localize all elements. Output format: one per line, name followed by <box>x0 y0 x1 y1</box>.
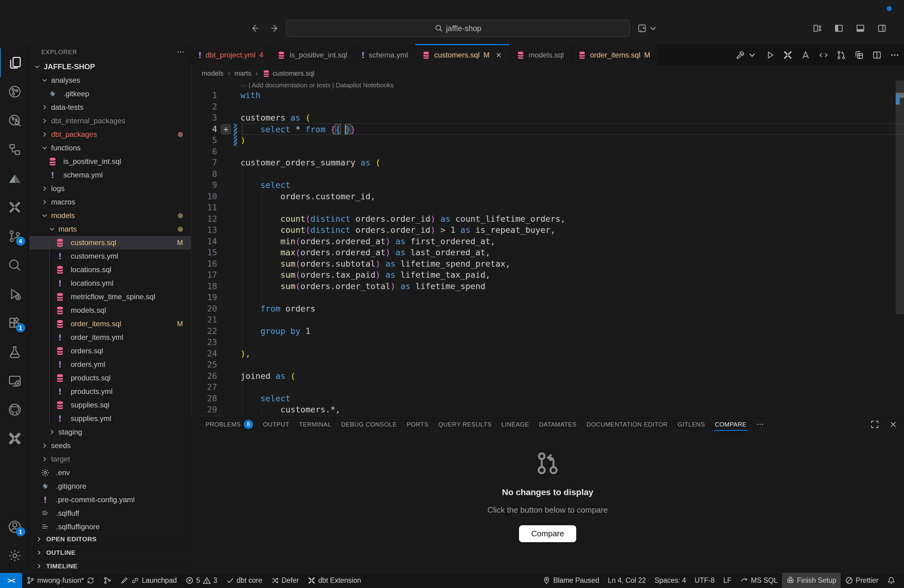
panel-tab-debug-console[interactable]: DEBUG CONSOLE <box>337 416 402 433</box>
gutter[interactable]: 20 <box>191 303 240 315</box>
tree-item-metricflow-time-spine-sql[interactable]: metricflow_time_spine.sql <box>30 290 191 303</box>
customize-layout-icon[interactable] <box>812 24 822 33</box>
tree-item-models[interactable]: models <box>30 209 191 222</box>
tree-item-customers-sql[interactable]: customers.sqlM <box>30 236 191 250</box>
gutter[interactable]: 2 <box>191 101 240 112</box>
split-editor-button[interactable] <box>872 50 882 60</box>
panel-tab-compare[interactable]: COMPARE <box>710 416 751 433</box>
tree-item-jaffle-shop[interactable]: JAFFLE-SHOP <box>30 60 191 74</box>
more-actions-button[interactable] <box>890 50 900 60</box>
tree-item-target[interactable]: target <box>30 452 191 466</box>
panel-more-icon[interactable] <box>751 420 769 429</box>
breadcrumb-item-customers-sql[interactable]: customers.sql <box>262 70 315 77</box>
tree-item-order-items-sql[interactable]: order_items.sqlM <box>30 317 191 330</box>
back-arrow-icon[interactable] <box>249 23 259 33</box>
close-panel-icon[interactable] <box>889 420 898 429</box>
editor-scrollbar[interactable] <box>896 81 904 416</box>
gutter[interactable]: 29 <box>191 404 240 416</box>
status-remote-indicator[interactable]: >< <box>0 573 22 588</box>
build-button[interactable] <box>735 50 745 60</box>
sidebar-section-timeline[interactable]: TIMELINE <box>30 559 191 573</box>
activitybar-item-model-search[interactable] <box>0 106 30 135</box>
gutter[interactable]: 5 <box>191 135 240 146</box>
panel-tab-terminal[interactable]: TERMINAL <box>294 416 336 433</box>
tree-item-sqlfluffignore[interactable]: .sqlfluffignore <box>30 520 191 532</box>
tree-item-models-sql[interactable]: models.sql <box>30 303 191 317</box>
gutter[interactable]: 1 <box>191 90 240 101</box>
tree-item-supplies-sql[interactable]: supplies.sql <box>30 398 191 412</box>
sidebar-section-open-editors[interactable]: OPEN EDITORS <box>30 532 191 545</box>
close-icon[interactable] <box>495 51 503 59</box>
status-language-mode[interactable]: MS SQL <box>736 573 782 588</box>
panel-tab-ports[interactable]: PORTS <box>401 416 433 433</box>
tree-item-order-items-yml[interactable]: !order_items.yml <box>30 330 191 344</box>
gutter[interactable]: 13 <box>191 224 240 236</box>
sidebar-section-outline[interactable]: OUTLINE <box>30 545 191 559</box>
forward-arrow-icon[interactable] <box>270 23 280 33</box>
gutter[interactable]: 21 <box>191 314 240 326</box>
status-blame-item[interactable]: Blame Paused <box>538 573 604 588</box>
tree-item-gitignore[interactable]: .gitignore <box>30 479 191 493</box>
tab-schema-yml[interactable]: !schema.yml <box>354 44 415 66</box>
tree-item-functions[interactable]: functions <box>30 141 191 155</box>
status-notifications[interactable] <box>883 573 900 588</box>
gutter[interactable]: 8 <box>191 169 240 180</box>
gutter[interactable]: 19 <box>191 292 240 303</box>
panel-tab-lineage[interactable]: LINEAGE <box>496 416 534 433</box>
activitybar-item-explorer[interactable] <box>0 48 30 77</box>
tree-item-dbt-internal-packages[interactable]: dbt_internal_packages <box>30 114 191 128</box>
tree-item-orders-sql[interactable]: orders.sql <box>30 344 191 358</box>
gutter[interactable]: 17 <box>191 269 240 281</box>
activitybar-item-github[interactable] <box>0 395 30 424</box>
toggle-sidebar-icon[interactable] <box>834 24 844 33</box>
toggle-panel-icon[interactable] <box>855 24 865 33</box>
tree-item-dbt-packages[interactable]: dbt_packages <box>30 128 191 141</box>
codelens-actions[interactable]: ··· | Add documentation or tests | Datap… <box>191 81 904 90</box>
gutter[interactable]: 16 <box>191 258 240 270</box>
status-graph-item[interactable] <box>99 573 116 588</box>
tree-item-logs[interactable]: logs <box>30 182 191 195</box>
gutter[interactable]: 12 <box>191 213 240 225</box>
activitybar-item-accounts[interactable]: 1 <box>0 512 30 541</box>
compiled-code-button[interactable] <box>819 50 828 60</box>
code-editor[interactable]: ··· | Add documentation or tests | Datap… <box>191 81 904 416</box>
toggle-secondary-sidebar-icon[interactable] <box>877 24 887 33</box>
tree-item-customers-yml[interactable]: !customers.yml <box>30 250 191 263</box>
activitybar-item-run-and-debug[interactable] <box>0 280 30 308</box>
tree-item-supplies-yml[interactable]: !supplies.yml <box>30 412 191 425</box>
status-encoding[interactable]: UTF-8 <box>690 573 719 588</box>
activitybar-item-testing[interactable] <box>0 337 30 366</box>
gutter[interactable]: 15 <box>191 247 240 258</box>
status-launchpad-item[interactable]: Launchpad <box>116 573 181 588</box>
activitybar-item-remote-explorer[interactable] <box>0 366 30 395</box>
tab-models-sql[interactable]: models.sql <box>509 44 571 66</box>
tree-item-analyses[interactable]: analyses <box>30 74 191 87</box>
panel-tab-gitlens[interactable]: GITLENS <box>673 416 710 433</box>
gutter[interactable]: 10 <box>191 191 240 202</box>
maximize-panel-icon[interactable] <box>870 420 879 429</box>
breadcrumb-item-models[interactable]: models <box>202 70 224 77</box>
activitybar-item-extensions[interactable]: 1 <box>0 308 30 337</box>
chevron-down-icon[interactable] <box>648 24 658 33</box>
gutter[interactable]: 25 <box>191 359 240 371</box>
tree-item-products-sql[interactable]: products.sql <box>30 371 191 385</box>
tree-item-staging[interactable]: staging <box>30 425 191 439</box>
search-input[interactable]: jaffle-shop <box>286 20 630 37</box>
tab-order-items-sql[interactable]: order_items.sqlM <box>571 44 657 66</box>
gutter[interactable]: 6 <box>191 146 240 158</box>
tree-item-orders-yml[interactable]: !orders.yml <box>30 358 191 371</box>
tree-item-schema-yml[interactable]: !schema.yml <box>30 168 191 182</box>
gutter[interactable]: 22 <box>191 326 240 337</box>
status-indentation[interactable]: Spaces: 4 <box>650 573 690 588</box>
status-cursor-position[interactable]: Ln 4, Col 22 <box>604 573 650 588</box>
status-defer-item[interactable]: Defer <box>267 573 303 588</box>
run-button[interactable] <box>765 50 775 60</box>
compare-button[interactable] <box>836 50 846 60</box>
tree-item-products-yml[interactable]: !products.yml <box>30 385 191 398</box>
dbt-action-button[interactable] <box>783 50 793 60</box>
panel-tab-documentation-editor[interactable]: DOCUMENTATION EDITOR <box>582 416 672 433</box>
compare-button[interactable]: Compare <box>519 525 577 542</box>
status-prettier-item[interactable]: Prettier <box>841 573 883 588</box>
gutter[interactable]: 7 <box>191 157 240 169</box>
tab-dbt-project-yml[interactable]: !dbt_project.yml4 <box>191 44 270 66</box>
